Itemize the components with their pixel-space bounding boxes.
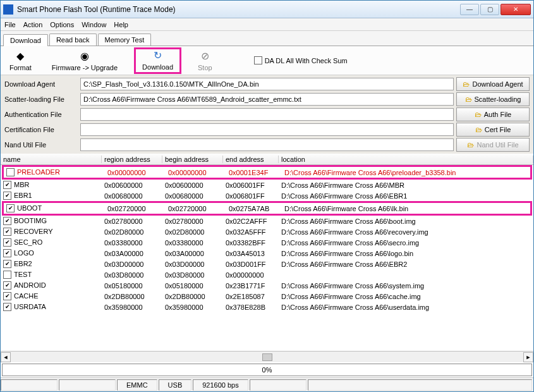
tabbar: Download Read back Memory Test (1, 31, 533, 46)
scatter-button[interactable]: 🗁Scatter-loading (456, 92, 530, 106)
row-checkbox[interactable]: ✔ (3, 292, 11, 300)
download-agent-label: Download Agent (2, 80, 80, 88)
row-checkbox[interactable] (6, 168, 15, 176)
auth-button[interactable]: 🗁Auth File (456, 107, 530, 121)
row-checkbox[interactable]: ✔ (3, 192, 11, 200)
row-checkbox[interactable]: ✔ (3, 303, 11, 311)
menu-help[interactable]: Help (114, 21, 128, 28)
folder-icon: 🗁 (465, 95, 472, 103)
firmware-upgrade-button[interactable]: ◉ Firmware -> Upgrade (48, 49, 121, 73)
nand-button[interactable]: 🗁Nand Util File (456, 138, 530, 152)
h-scrollbar[interactable]: ◄ ► (1, 351, 533, 362)
scroll-right-icon[interactable]: ► (523, 352, 533, 362)
titlebar: Smart Phone Flash Tool (Runtime Trace Mo… (1, 1, 533, 18)
col-name[interactable]: name (1, 156, 102, 163)
scatter-label: Scatter-loading File (2, 95, 80, 103)
status-empty3 (250, 379, 306, 391)
download-icon: ↻ (152, 49, 164, 62)
status-grow (308, 379, 532, 391)
col-location[interactable]: location (279, 156, 533, 163)
row-checkbox[interactable]: ✔ (3, 260, 11, 268)
row-checkbox[interactable]: ✔ (3, 217, 11, 225)
table-row[interactable]: ✔BOOTIMG0x027800000x027800000x02C2AFFFD:… (1, 216, 533, 226)
menu-window[interactable]: Window (82, 21, 106, 28)
progress-bar: 0% (2, 364, 532, 376)
folder-icon: 🗁 (467, 141, 474, 149)
nand-label: Nand Util File (2, 141, 80, 149)
table-row[interactable]: ✔ANDROID0x051800000x051800000x23B1771FD:… (1, 280, 533, 291)
status-emmc: EMMC (117, 379, 157, 391)
menubar: File Action Options Window Help (1, 18, 533, 31)
checksum-label: DA DL All With Check Sum (265, 57, 348, 64)
file-form: Download Agent 🗁Download Agent Scatter-l… (1, 75, 533, 154)
format-button[interactable]: ◆ Format (6, 49, 35, 73)
table-row[interactable]: ✔LOGO0x03A000000x03A000000x03A45013D:\Cr… (1, 248, 533, 259)
tab-download[interactable]: Download (3, 34, 48, 46)
table-row[interactable]: ✔EBR10x006800000x006800000x006801FFD:\Cr… (1, 190, 533, 201)
maximize-button[interactable]: ▢ (480, 4, 499, 15)
stop-button[interactable]: ⊘ Stop (194, 49, 216, 73)
scroll-thumb[interactable] (262, 353, 272, 361)
format-label: Format (9, 64, 32, 71)
folder-icon: 🗁 (463, 80, 470, 88)
tab-memorytest[interactable]: Memory Test (98, 34, 152, 46)
app-window: Smart Phone Flash Tool (Runtime Trace Mo… (0, 0, 534, 392)
row-checkbox[interactable]: ✔ (3, 228, 11, 236)
table-row[interactable]: ✔CACHE0x2DB800000x2DB800000x2E185087D:\C… (1, 291, 533, 302)
table-row[interactable]: TEST0x03D800000x03D800000x00000000 (1, 269, 533, 280)
download-agent-input[interactable] (80, 78, 454, 90)
cert-button[interactable]: 🗁Cert File (456, 123, 530, 137)
row-checkbox[interactable]: ✔ (3, 281, 11, 290)
status-empty2 (59, 379, 116, 391)
table-row[interactable]: ✔RECOVERY0x02D800000x02D800000x032A5FFFD… (1, 226, 533, 237)
table-row[interactable]: ✔MBR0x006000000x006000000x006001FFD:\Cro… (1, 180, 533, 190)
folder-icon: 🗁 (475, 111, 482, 118)
table-row[interactable]: ✔UBOOT0x027200000x027200000x0275A7ABD:\C… (4, 203, 530, 214)
status-bar: EMMC USB 921600 bps (1, 377, 533, 391)
row-checkbox[interactable]: ✔ (6, 204, 15, 212)
firmware-icon: ◉ (78, 50, 91, 63)
table-body: PRELOADER0x000000000x000000000x0001E34FD… (1, 165, 533, 351)
status-baud: 921600 bps (193, 379, 248, 391)
download-agent-button[interactable]: 🗁Download Agent (456, 77, 530, 91)
menu-file[interactable]: File (4, 21, 16, 28)
row-checkbox[interactable]: ✔ (3, 249, 11, 257)
table-header: name region address begin address end ad… (1, 154, 533, 165)
partition-table: name region address begin address end ad… (1, 154, 533, 362)
cert-input[interactable] (80, 123, 454, 136)
close-button[interactable]: ✕ (501, 4, 531, 15)
scroll-left-icon[interactable]: ◄ (1, 352, 11, 362)
scatter-input[interactable] (80, 93, 454, 106)
tab-readback[interactable]: Read back (49, 34, 97, 46)
download-label: Download (142, 63, 173, 71)
row-checkbox[interactable]: ✔ (3, 181, 11, 189)
table-row[interactable]: ✔EBR20x03D000000x03D000000x03D001FFD:\Cr… (1, 259, 533, 269)
stop-icon: ⊘ (198, 50, 211, 63)
table-row[interactable]: PRELOADER0x000000000x000000000x0001E34FD… (4, 167, 530, 178)
table-row[interactable]: ✔SEC_RO0x033800000x033800000x03382BFFD:\… (1, 237, 533, 248)
download-button[interactable]: ↻ Download (134, 47, 181, 74)
col-region[interactable]: region address (102, 156, 162, 163)
col-end[interactable]: end address (223, 156, 279, 163)
status-usb: USB (159, 379, 192, 391)
col-begin[interactable]: begin address (162, 156, 223, 163)
menu-action[interactable]: Action (23, 21, 43, 28)
firmware-label: Firmware -> Upgrade (52, 64, 118, 71)
menu-options[interactable]: Options (50, 21, 74, 28)
app-icon (3, 4, 13, 15)
auth-label: Authentication File (2, 111, 80, 118)
auth-input[interactable] (80, 108, 454, 121)
progress-text: 0% (262, 366, 272, 374)
row-checkbox[interactable] (3, 271, 11, 279)
folder-icon: 🗁 (475, 126, 482, 133)
stop-label: Stop (198, 64, 212, 71)
minimize-button[interactable]: — (460, 4, 479, 15)
window-title: Smart Phone Flash Tool (Runtime Trace Mo… (17, 5, 460, 14)
row-checkbox[interactable]: ✔ (3, 238, 11, 247)
status-empty1 (1, 379, 58, 391)
cert-label: Certification File (2, 126, 80, 133)
table-row[interactable]: ✔USRDATA0x359800000x359800000x378E828BD:… (1, 302, 533, 312)
checksum-checkbox[interactable] (254, 56, 262, 64)
nand-input[interactable] (80, 138, 454, 151)
scroll-track[interactable] (11, 353, 523, 361)
